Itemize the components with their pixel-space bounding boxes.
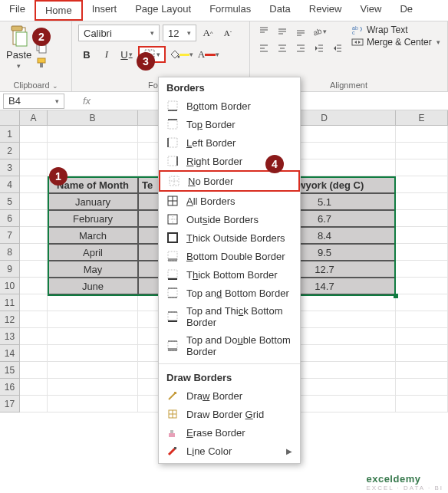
cell-E13[interactable] [396, 328, 448, 345]
row-header-5[interactable]: 5 [0, 193, 20, 210]
paste-dropdown-icon[interactable]: ▾ [17, 62, 21, 70]
cell-A9[interactable] [20, 261, 48, 278]
cell-E5[interactable] [396, 193, 448, 210]
align-left-button[interactable] [256, 41, 272, 55]
cell-E1[interactable] [396, 126, 448, 143]
row-header-2[interactable]: 2 [0, 143, 20, 159]
select-all-corner[interactable] [0, 110, 20, 125]
underline-button[interactable]: U▾ [118, 46, 135, 63]
cell-B15[interactable] [48, 362, 138, 379]
menu-insert[interactable]: Insert [83, 0, 127, 21]
row-header-12[interactable]: 12 [0, 311, 20, 328]
cell-B13[interactable] [48, 328, 138, 345]
cell-E15[interactable] [396, 362, 448, 379]
font-color-button[interactable]: A▾ [196, 46, 221, 63]
cell-A17[interactable] [20, 396, 48, 412]
menu-page-layout[interactable]: Page Layout [126, 0, 200, 21]
cell-E8[interactable] [396, 244, 448, 261]
border-option-7[interactable]: Thick Outside Borders [159, 228, 300, 247]
cell-A2[interactable] [20, 143, 48, 159]
cell-A13[interactable] [20, 328, 48, 345]
name-box[interactable]: B4▾ [3, 94, 64, 109]
cell-A4[interactable] [20, 176, 48, 193]
draw-border-option-3[interactable]: Line Color▶ [159, 442, 300, 460]
cell-A11[interactable] [20, 294, 48, 311]
cell-B6[interactable]: February [48, 210, 138, 227]
cell-E10[interactable] [396, 278, 448, 294]
row-header-7[interactable]: 7 [0, 227, 20, 244]
border-option-2[interactable]: Left Border [159, 133, 300, 152]
align-bottom-button[interactable] [293, 25, 308, 38]
increase-font-button[interactable]: A^ [199, 25, 216, 41]
row-header-4[interactable]: 4 [0, 176, 20, 193]
menu-file[interactable]: File [0, 0, 35, 21]
row-header-1[interactable]: 1 [0, 126, 20, 143]
align-middle-button[interactable] [275, 25, 290, 38]
draw-border-option-0[interactable]: Draw Border [159, 386, 300, 405]
menu-developer[interactable]: De [390, 0, 422, 21]
cell-A16[interactable] [20, 379, 48, 396]
fill-color-button[interactable]: ▾ [169, 46, 193, 63]
cell-E7[interactable] [396, 227, 448, 244]
cell-E9[interactable] [396, 261, 448, 278]
border-option-9[interactable]: Thick Bottom Border [159, 265, 300, 284]
cell-E16[interactable] [396, 379, 448, 396]
draw-border-option-1[interactable]: Draw Border Grid [159, 405, 300, 423]
cell-A6[interactable] [20, 210, 48, 227]
italic-button[interactable]: I [98, 46, 115, 63]
row-header-13[interactable]: 13 [0, 328, 20, 345]
cell-B5[interactable]: January [48, 193, 138, 210]
cell-A15[interactable] [20, 362, 48, 379]
cell-A7[interactable] [20, 227, 48, 244]
menu-view[interactable]: View [351, 0, 390, 21]
col-header-E[interactable]: E [396, 110, 448, 125]
wrap-text-button[interactable]: abcWrap Text [351, 25, 440, 35]
border-option-6[interactable]: Outside Borders [159, 210, 300, 228]
border-option-12[interactable]: Top and Double Bottom Border [159, 331, 300, 360]
border-option-8[interactable]: Bottom Double Border [159, 247, 300, 265]
align-center-button[interactable] [275, 41, 290, 55]
row-header-17[interactable]: 17 [0, 396, 20, 412]
border-option-10[interactable]: Top and Bottom Border [159, 284, 300, 302]
align-top-button[interactable] [256, 25, 272, 38]
border-option-5[interactable]: All Borders [159, 192, 300, 210]
col-header-B[interactable]: B [48, 110, 138, 125]
align-right-button[interactable] [293, 41, 308, 55]
row-header-6[interactable]: 6 [0, 210, 20, 227]
cell-B8[interactable]: April [48, 244, 138, 261]
cell-B1[interactable] [48, 126, 138, 143]
increase-indent-button[interactable] [330, 41, 345, 55]
cell-B11[interactable] [48, 294, 138, 311]
cell-B14[interactable] [48, 345, 138, 362]
cell-A3[interactable] [20, 159, 48, 176]
paste-button[interactable]: Paste ▾ [6, 25, 31, 70]
menu-data[interactable]: Data [260, 0, 299, 21]
row-header-10[interactable]: 10 [0, 278, 20, 294]
cell-A14[interactable] [20, 345, 48, 362]
cell-B10[interactable]: June [48, 278, 138, 294]
bold-button[interactable]: B [78, 46, 95, 63]
border-option-11[interactable]: Top and Thick Bottom Border [159, 302, 300, 331]
border-option-4[interactable]: No Border [159, 170, 300, 192]
border-option-1[interactable]: Top Border [159, 115, 300, 133]
cell-E17[interactable] [396, 396, 448, 412]
menu-home[interactable]: Home [35, 0, 83, 21]
font-size-select[interactable]: 12▾ [163, 25, 196, 41]
cell-E11[interactable] [396, 294, 448, 311]
cell-A8[interactable] [20, 244, 48, 261]
draw-border-option-2[interactable]: Erase Border [159, 423, 300, 442]
cell-A5[interactable] [20, 193, 48, 210]
row-header-9[interactable]: 9 [0, 261, 20, 278]
cell-A10[interactable] [20, 278, 48, 294]
font-name-select[interactable]: Calibri▾ [78, 25, 160, 41]
cell-E12[interactable] [396, 311, 448, 328]
cell-E2[interactable] [396, 143, 448, 159]
cell-A1[interactable] [20, 126, 48, 143]
row-header-3[interactable]: 3 [0, 159, 20, 176]
cell-B17[interactable] [48, 396, 138, 412]
decrease-indent-button[interactable] [311, 41, 327, 55]
col-header-A[interactable]: A [20, 110, 48, 125]
merge-center-button[interactable]: Merge & Center▾ [351, 37, 440, 48]
format-painter-button[interactable] [35, 57, 48, 69]
cell-B9[interactable]: May [48, 261, 138, 278]
